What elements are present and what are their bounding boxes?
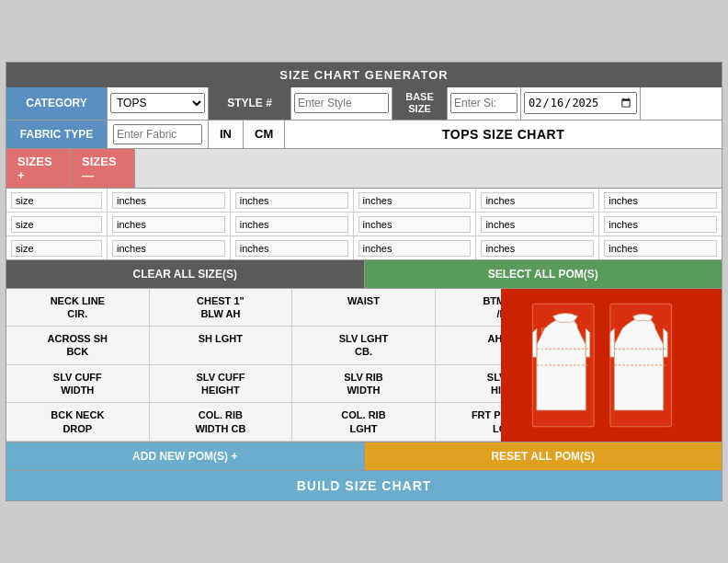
sizes-remove-button[interactable]: SIZES — (71, 149, 135, 188)
inches-input[interactable] (481, 192, 594, 209)
category-select[interactable]: TOPS BOTTOMS DRESSES (110, 93, 205, 113)
pom-item[interactable]: SLV CUFFWIDTH (6, 365, 150, 404)
base-size-label: BASE SIZE (392, 87, 448, 119)
sizes-add-button[interactable]: SIZES + (6, 149, 71, 188)
inches-input[interactable] (604, 216, 717, 233)
inches-input[interactable] (235, 192, 348, 209)
size-header-empty (135, 149, 722, 188)
app-title: SIZE CHART GENERATOR (6, 63, 722, 87)
inches-input[interactable] (235, 216, 348, 233)
size-input[interactable] (11, 240, 102, 257)
pom-item[interactable]: COL. RIBWIDTH CB (150, 403, 293, 442)
pom-item[interactable]: CHEST 1"BLW AH (150, 289, 293, 327)
reset-pom-button[interactable]: RESET ALL POM(S) (365, 442, 722, 470)
pom-item[interactable]: SLV LGHTCB. (292, 327, 436, 365)
chart-title: TOPS SIZE CHART (285, 121, 722, 148)
style-label: STYLE # (209, 87, 291, 119)
garment-overlay: ©smartpatternmaking.com (501, 289, 722, 442)
date-input[interactable] (524, 92, 637, 114)
pom-item[interactable]: COL. RIBLGHT (292, 403, 436, 442)
base-size-input[interactable] (450, 93, 518, 113)
pom-item[interactable]: NECK LINECIR. (6, 289, 150, 327)
table-row (6, 236, 722, 259)
size-input[interactable] (11, 216, 102, 233)
pom-item[interactable]: SLV RIBWIDTH (292, 365, 436, 404)
inches-input[interactable] (604, 240, 717, 257)
select-all-button[interactable]: SELECT ALL POM(S) (365, 260, 722, 288)
size-input[interactable] (11, 192, 102, 209)
category-label: CATEGORY (6, 87, 108, 119)
style-input[interactable] (294, 93, 389, 113)
fabric-input[interactable] (113, 124, 202, 144)
unit-cm-button[interactable]: CM (244, 121, 285, 148)
table-row (6, 213, 722, 236)
pom-item[interactable]: WAIST (292, 289, 436, 327)
inches-input[interactable] (358, 240, 472, 257)
inches-input[interactable] (481, 216, 594, 233)
table-row (6, 189, 722, 213)
inches-input[interactable] (112, 240, 225, 257)
pom-item[interactable]: ACROSS SHBCK (6, 327, 150, 365)
inches-input[interactable] (358, 216, 472, 233)
inches-input[interactable] (112, 192, 225, 209)
inches-input[interactable] (358, 192, 472, 209)
inches-input[interactable] (481, 240, 594, 257)
pom-item[interactable]: SLV CUFFHEIGHT (150, 365, 293, 404)
pom-item[interactable]: SH LGHT (150, 327, 293, 365)
inches-input[interactable] (604, 192, 717, 209)
build-size-chart-button[interactable]: BUILD SIZE CHART (6, 471, 722, 500)
pom-grid: NECK LINECIR. CHEST 1"BLW AH WAIST BTM H… (6, 289, 722, 442)
watermark: ©smartpatternmaking.com (540, 327, 546, 403)
garment-image (510, 292, 694, 439)
unit-in-button[interactable]: IN (209, 121, 244, 148)
fabric-label: FABRIC TYPE (6, 121, 108, 148)
inches-input[interactable] (112, 216, 225, 233)
inches-input[interactable] (235, 240, 348, 257)
data-rows-area (6, 189, 722, 260)
clear-all-button[interactable]: CLEAR ALL SIZE(S) (6, 260, 365, 288)
pom-item[interactable]: BCK NECKDROP (6, 403, 150, 442)
add-pom-button[interactable]: ADD NEW POM(S) + (6, 442, 365, 470)
